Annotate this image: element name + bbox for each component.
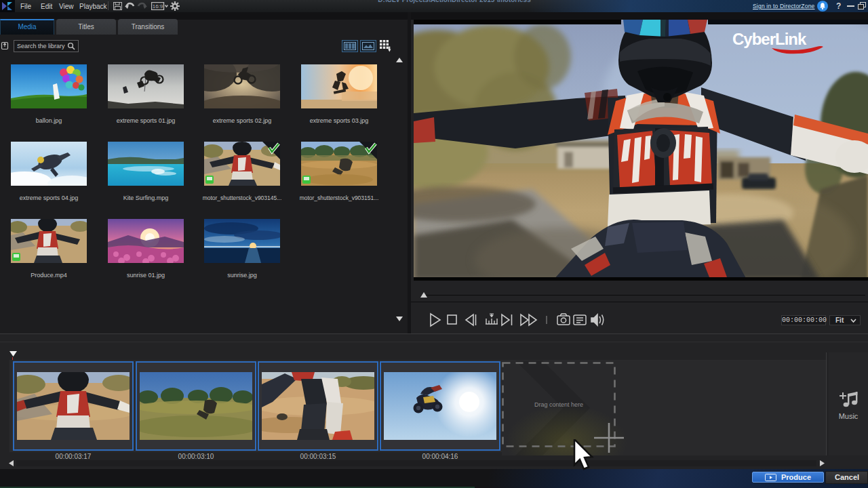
svg-text:16:9: 16:9 <box>153 3 163 9</box>
svg-text:CyberLink: CyberLink <box>732 30 807 48</box>
